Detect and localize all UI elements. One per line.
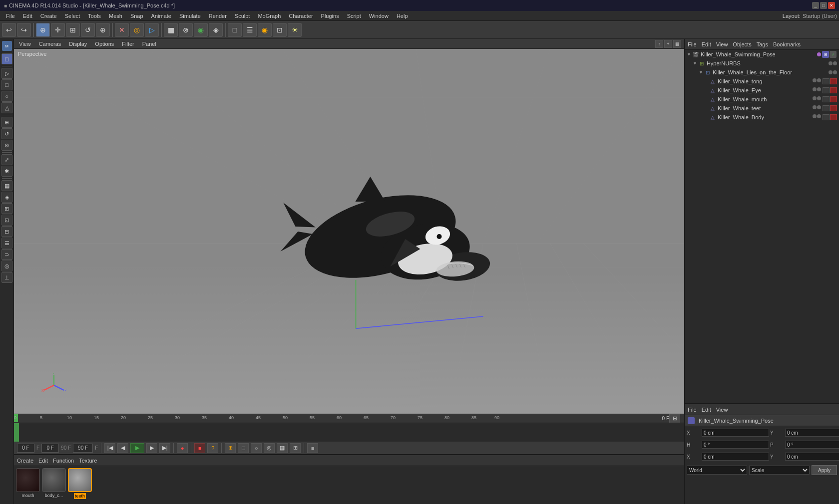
add-tool[interactable]: ⊕ — [96, 23, 110, 37]
left-tool-18[interactable]: ◎ — [1, 260, 12, 271]
left-tool-17[interactable]: ⊃ — [1, 249, 12, 260]
am-y-input[interactable] — [785, 429, 839, 437]
vp-menu-filter[interactable]: Filter — [120, 41, 136, 47]
menu-animate[interactable]: Animate — [147, 12, 175, 20]
prev-frame-btn[interactable]: ◀ — [117, 443, 128, 453]
mode-btn-7[interactable]: ≡ — [307, 443, 318, 453]
menu-help[interactable]: Help — [393, 12, 412, 20]
render2-btn[interactable]: ◎ — [130, 23, 144, 37]
om-row-lies[interactable]: ▼ ⊡ Killer_Whale_Lies_on_the_Floor — [685, 68, 839, 77]
om-menu-tags[interactable]: Tags — [756, 41, 769, 47]
am-h-input[interactable] — [702, 441, 769, 449]
mat-menu-function[interactable]: Function — [52, 458, 75, 464]
rotate-tool[interactable]: ↺ — [81, 23, 95, 37]
apply-button[interactable]: Apply — [812, 465, 837, 475]
light-btn[interactable]: ☀ — [288, 23, 302, 37]
menu-edit[interactable]: Edit — [19, 12, 36, 20]
mode-btn-2[interactable]: □ — [238, 443, 249, 453]
undo-button[interactable]: ↩ — [2, 23, 16, 37]
material-body[interactable]: body_c... — [42, 468, 66, 498]
scale-tool[interactable]: ⊞ — [66, 23, 80, 37]
vp-menu-cameras[interactable]: Cameras — [37, 41, 63, 47]
goto-start-btn[interactable]: |◀ — [104, 443, 115, 453]
left-tool-7[interactable]: ↺ — [1, 128, 12, 139]
viewport-3d[interactable]: Perspective — [14, 49, 684, 414]
obj-btn3[interactable]: ◉ — [194, 23, 208, 37]
cam-btn2[interactable]: ☰ — [243, 23, 257, 37]
left-tool-11[interactable]: ▦ — [1, 180, 12, 191]
om-row-swimming-pose[interactable]: ▼ 🎬 Killer_Whale_Swimming_Pose ⊞ ✓ — [685, 50, 839, 59]
vp-ctrl-1[interactable]: ↑ — [655, 40, 663, 48]
om-row-mouth[interactable]: ▶ △ Killer_Whale_mouth — [685, 95, 839, 104]
mode-btn-3[interactable]: ○ — [251, 443, 262, 453]
help-btn[interactable]: ? — [207, 443, 218, 453]
left-tool-14[interactable]: ⊡ — [1, 215, 12, 226]
menu-window[interactable]: Window — [365, 12, 393, 20]
am-coord-system-select[interactable]: World Local — [687, 466, 747, 475]
vp-menu-panel[interactable]: Panel — [140, 41, 158, 47]
move-tool[interactable]: ✛ — [51, 23, 65, 37]
mat-menu-texture[interactable]: Texture — [78, 458, 98, 464]
am-menu-view[interactable]: View — [715, 407, 729, 413]
record-btn[interactable]: ● — [177, 443, 188, 453]
om-row-tong[interactable]: ▶ △ Killer_Whale_tong — [685, 77, 839, 86]
goto-end-btn[interactable]: ▶| — [159, 443, 170, 453]
maximize-button[interactable]: □ — [820, 2, 827, 9]
cam-btn1[interactable]: □ — [228, 23, 242, 37]
left-tool-19[interactable]: ⊥ — [1, 272, 12, 283]
menu-file[interactable]: File — [2, 12, 19, 20]
menu-mesh[interactable]: Mesh — [105, 12, 126, 20]
left-tool-6[interactable]: ⊕ — [1, 117, 12, 128]
menu-character[interactable]: Character — [285, 12, 317, 20]
next-frame-btn[interactable]: ▶ — [146, 443, 157, 453]
timeline-ruler[interactable]: 0 5 10 15 20 25 30 35 40 45 50 55 60 65 … — [14, 414, 684, 423]
om-menu-objects[interactable]: Objects — [732, 41, 752, 47]
left-tool-5[interactable]: △ — [1, 102, 12, 113]
left-tool-1[interactable]: ◻ — [1, 53, 12, 64]
am-p-input[interactable] — [785, 441, 839, 449]
mat-menu-edit[interactable]: Edit — [37, 458, 49, 464]
menu-render[interactable]: Render — [205, 12, 231, 20]
left-tool-3[interactable]: □ — [1, 79, 12, 90]
close-button[interactable]: ✕ — [828, 2, 835, 9]
left-tool-8[interactable]: ⊗ — [1, 140, 12, 151]
redo-button[interactable]: ↪ — [17, 23, 31, 37]
left-tool-10[interactable]: ✱ — [1, 166, 12, 177]
om-row-body[interactable]: ▶ △ Killer_Whale_Body — [685, 113, 839, 122]
stop-btn[interactable]: ■ — [194, 443, 205, 453]
menu-snap[interactable]: Snap — [126, 12, 147, 20]
mat-menu-create[interactable]: Create — [16, 458, 34, 464]
vp-ctrl-3[interactable]: ▦ — [673, 40, 681, 48]
am-menu-file[interactable]: File — [687, 407, 698, 413]
om-menu-bookmarks[interactable]: Bookmarks — [772, 41, 802, 47]
vp-menu-view[interactable]: View — [17, 41, 33, 47]
minimize-button[interactable]: _ — [812, 2, 819, 9]
left-tool-9[interactable]: ⤢ — [1, 154, 12, 165]
am-sy-input[interactable] — [785, 453, 839, 461]
left-tool-13[interactable]: ⊞ — [1, 203, 12, 214]
render-btn[interactable]: ✕ — [115, 23, 129, 37]
timeline-tracks[interactable] — [14, 423, 684, 442]
current-frame-input[interactable] — [17, 444, 34, 453]
om-row-hypernurbs[interactable]: ▼ ⊞ HyperNURBS — [685, 59, 839, 68]
cam-btn4[interactable]: ⊡ — [273, 23, 287, 37]
obj-btn1[interactable]: ▦ — [164, 23, 178, 37]
mode-btn-4[interactable]: ◎ — [264, 443, 275, 453]
om-row-teet[interactable]: ▶ △ Killer_Whale_teet — [685, 104, 839, 113]
am-x-input[interactable] — [702, 429, 769, 437]
render3-btn[interactable]: ▷ — [145, 23, 159, 37]
cam-btn3[interactable]: ◉ — [258, 23, 272, 37]
obj-btn2[interactable]: ⊗ — [179, 23, 193, 37]
menu-plugins[interactable]: Plugins — [317, 12, 343, 20]
play-btn[interactable]: ▶ — [130, 443, 144, 453]
menu-select[interactable]: Select — [61, 12, 84, 20]
menu-create[interactable]: Create — [36, 12, 61, 20]
material-mouth[interactable]: mouth — [16, 468, 40, 498]
am-sx-input[interactable] — [702, 453, 769, 461]
om-menu-view[interactable]: View — [715, 41, 729, 47]
left-tool-4[interactable]: ○ — [1, 91, 12, 102]
om-menu-edit[interactable]: Edit — [701, 41, 712, 47]
menu-mograph[interactable]: MoGraph — [254, 12, 285, 20]
om-row-eye[interactable]: ▶ △ Killer_Whale_Eye — [685, 86, 839, 95]
left-tool-16[interactable]: ☰ — [1, 238, 12, 249]
